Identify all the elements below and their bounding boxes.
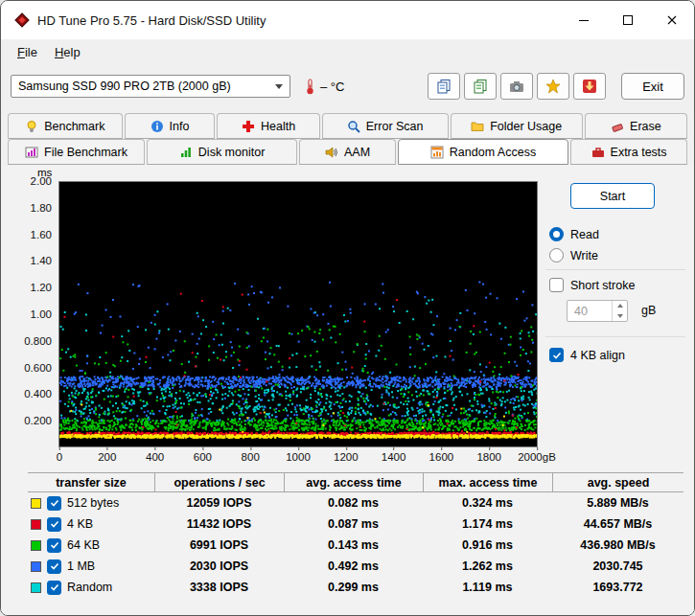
start-button[interactable]: Start xyxy=(570,183,655,209)
tab-benchmark[interactable]: Benchmark xyxy=(8,113,123,139)
short-stroke-size-input[interactable]: 40 xyxy=(567,300,628,322)
avg-access-value: 0.143 ms xyxy=(284,538,423,552)
close-icon xyxy=(665,13,679,27)
separator xyxy=(545,336,685,337)
table-row: 512 bytes 12059 IOPS 0.082 ms 0.324 ms 5… xyxy=(28,492,683,513)
table-row: 64 KB 6991 IOPS 0.143 ms 0.916 ms 436.98… xyxy=(28,535,683,556)
check-icon xyxy=(50,561,59,571)
transfer-size-label: 512 bytes xyxy=(67,496,119,510)
ops-value: 6991 IOPS xyxy=(154,538,284,552)
x-tick: 1400 xyxy=(382,451,406,463)
y-tick: 1.80 xyxy=(31,202,52,214)
table-row: 4 KB 11432 IOPS 0.087 ms 1.174 ms 44.657… xyxy=(28,513,683,535)
y-tick: 1.40 xyxy=(31,255,52,266)
avg-access-value: 0.087 ms xyxy=(284,517,423,531)
y-tick: 0.400 xyxy=(24,388,52,399)
align-row: 4 KB align xyxy=(549,348,625,362)
copy-text-icon xyxy=(473,79,488,94)
tab-label: Benchmark xyxy=(44,120,104,133)
tab-disk-monitor[interactable]: Disk monitor xyxy=(147,139,297,165)
submit-score-button[interactable] xyxy=(537,73,569,100)
y-tick: 2.00 xyxy=(31,175,52,187)
download-button[interactable] xyxy=(573,73,606,100)
spinner-up-button[interactable] xyxy=(613,301,627,311)
series-checkbox[interactable] xyxy=(47,538,61,553)
y-tick: 0.600 xyxy=(24,362,52,374)
toolbar: Samsung SSD 990 PRO 2TB (2000 gB) – °C xyxy=(1,64,694,108)
x-tick: 600 xyxy=(194,451,212,463)
write-radio-label: Write xyxy=(570,249,598,262)
tab-health[interactable]: Health xyxy=(217,113,319,139)
tab-label: Erase xyxy=(630,120,661,133)
toolbar-buttons: Exit xyxy=(428,73,684,100)
series-color-chip xyxy=(31,561,41,572)
transfer-size-label: 1 MB xyxy=(67,559,95,573)
series-checkbox[interactable] xyxy=(47,517,61,532)
y-axis: 2.00 1.80 1.60 1.40 1.20 1.00 0.800 0.60… xyxy=(1,181,55,447)
read-radio[interactable] xyxy=(549,227,564,241)
check-icon xyxy=(50,582,59,592)
maximize-button[interactable] xyxy=(606,1,650,39)
tab-label: File Benchmark xyxy=(44,146,127,159)
tab-extra-tests[interactable]: Extra tests xyxy=(570,139,687,165)
x-tick: 400 xyxy=(146,451,164,463)
tab-erase[interactable]: Erase xyxy=(585,113,687,139)
max-access-value: 1.262 ms xyxy=(423,559,552,573)
y-tick: 0.200 xyxy=(24,415,52,426)
drive-select[interactable]: Samsung SSD 990 PRO 2TB (2000 gB) xyxy=(11,75,290,98)
lamp-icon xyxy=(25,120,38,133)
menu-file[interactable]: File xyxy=(9,42,46,62)
tab-error-scan[interactable]: Error Scan xyxy=(322,113,449,139)
red-cross-icon xyxy=(242,120,255,133)
x-tick: 1800 xyxy=(476,451,501,463)
chevron-down-icon xyxy=(275,84,283,89)
x-tick: 1600 xyxy=(429,451,454,463)
exit-button[interactable]: Exit xyxy=(621,73,684,100)
maximize-icon xyxy=(621,13,635,27)
series-color-chip xyxy=(31,540,41,551)
x-tick: 1000 xyxy=(286,451,311,463)
toolbox-icon xyxy=(591,146,605,159)
check-icon xyxy=(50,519,59,529)
green-bars-icon xyxy=(179,146,193,159)
align-checkbox[interactable] xyxy=(549,348,564,362)
access-time-canvas xyxy=(59,182,537,446)
tab-info[interactable]: Info xyxy=(125,113,216,139)
spinner-down-button[interactable] xyxy=(613,311,627,322)
write-radio[interactable] xyxy=(549,248,564,262)
tab-folder-usage[interactable]: Folder Usage xyxy=(451,113,583,139)
series-checkbox[interactable] xyxy=(47,496,61,511)
copy-text-button[interactable] xyxy=(464,73,497,100)
x-axis: 0 200 400 600 800 1000 1200 1400 1600 18… xyxy=(59,451,537,467)
window-controls xyxy=(562,1,694,39)
transfer-size-label: 4 KB xyxy=(67,517,93,531)
copy-image-button[interactable] xyxy=(428,73,460,100)
series-checkbox[interactable] xyxy=(47,581,61,595)
short-stroke-checkbox[interactable] xyxy=(549,278,564,292)
screenshot-button[interactable] xyxy=(500,73,533,100)
avg-speed-value: 1693.772 xyxy=(552,581,683,594)
x-tick: 2000gB xyxy=(518,451,556,463)
minimize-button[interactable] xyxy=(562,1,606,39)
y-tick: 1.00 xyxy=(31,308,52,320)
tab-random-access[interactable]: Random Access xyxy=(398,139,568,165)
tab-row-2: File Benchmark Disk monitor AAM Random A… xyxy=(8,139,687,165)
series-color-chip xyxy=(31,519,41,530)
temperature-readout: – °C xyxy=(320,80,344,94)
results-table: transfer size operations / sec avg. acce… xyxy=(28,472,683,598)
triangle-down-icon xyxy=(617,314,623,318)
eraser-icon xyxy=(611,120,624,133)
series-color-chip xyxy=(31,498,41,509)
series-checkbox[interactable] xyxy=(47,559,61,574)
menu-help[interactable]: Help xyxy=(46,42,89,62)
tab-aam[interactable]: AAM xyxy=(299,139,396,165)
max-access-value: 1.119 ms xyxy=(423,581,552,594)
tab-file-benchmark[interactable]: File Benchmark xyxy=(8,139,145,165)
info-icon xyxy=(151,120,164,133)
short-stroke-label: Short stroke xyxy=(570,279,635,292)
avg-access-value: 0.492 ms xyxy=(284,559,423,573)
x-tick: 200 xyxy=(98,451,116,463)
table-header: transfer size operations / sec avg. acce… xyxy=(28,472,683,492)
avg-speed-value: 436.980 MB/s xyxy=(552,538,683,552)
close-button[interactable] xyxy=(650,1,694,39)
